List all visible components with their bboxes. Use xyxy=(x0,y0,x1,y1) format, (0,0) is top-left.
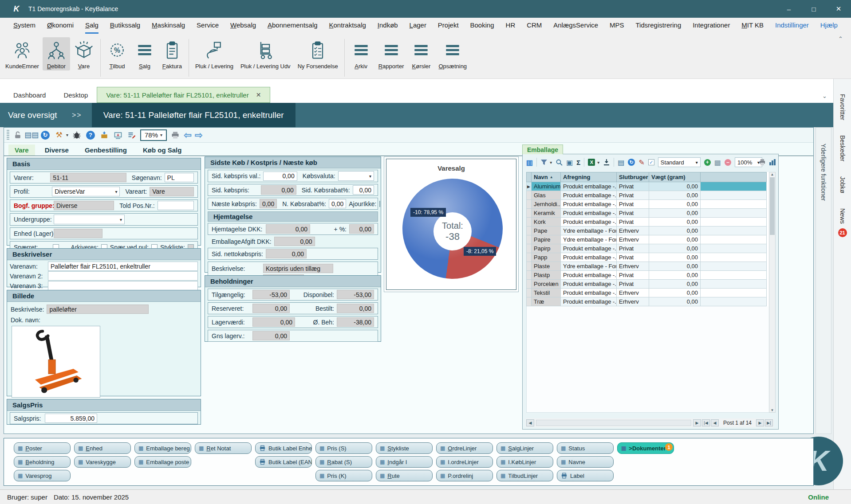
menu-item-abonnementsalg[interactable]: Abonnementsalg xyxy=(268,18,318,34)
action-button-salglinjer[interactable]: ▦SalgLinjer xyxy=(496,442,553,454)
action-button-label[interactable]: Label xyxy=(557,470,614,481)
menu-item-websalg[interactable]: Websalg xyxy=(230,18,256,34)
menu-item-integrationer[interactable]: Integrationer xyxy=(693,18,730,34)
lagervaerdi-field[interactable]: 0,00 xyxy=(252,317,295,327)
disponibel-field[interactable]: -53,00 xyxy=(337,290,374,299)
action-button-enhed[interactable]: ▦Enhed xyxy=(74,442,131,454)
reserveret-field[interactable]: 0,00 xyxy=(252,304,290,313)
cell-vaegt[interactable]: 0,00 xyxy=(649,218,701,227)
cell-afregning[interactable]: Ydre emballage - For... xyxy=(561,262,617,271)
cell-navn[interactable]: Tekstil xyxy=(532,289,561,297)
cell-navn[interactable]: Plaste xyxy=(532,262,561,271)
search-icon[interactable] xyxy=(556,159,563,166)
close-button[interactable]: ✕ xyxy=(826,0,851,18)
cell-slutbruger[interactable]: Privat xyxy=(617,209,649,218)
cell-afregning[interactable]: Produkt emballage -... xyxy=(561,200,617,209)
column-header-navn[interactable]: Navn▲ xyxy=(532,172,561,182)
menu-item-hr[interactable]: HR xyxy=(506,18,516,34)
action-button-rabat-s[interactable]: ▦Rabat (S) xyxy=(315,456,372,468)
ribbon-button-pluk-levering-udv[interactable]: Pluk / Levering Udv xyxy=(237,37,294,70)
action-button-vareskygge[interactable]: ▦Vareskygge xyxy=(74,456,131,468)
action-button-rute[interactable]: ▦Rute xyxy=(376,470,433,481)
hscroll-left-icon[interactable]: ◀ xyxy=(526,419,534,426)
table-row[interactable]: KeramikProdukt emballage -...Privat0,00 xyxy=(526,209,773,218)
ribbon-button-tilbud[interactable]: %Tilbud xyxy=(103,37,131,70)
menu-item-projekt[interactable]: Projekt xyxy=(438,18,459,34)
cell-navn[interactable]: Papp xyxy=(532,253,561,262)
grid-zoom-select[interactable]: 100% ▾ xyxy=(735,157,762,167)
grid-refresh-icon[interactable]: ↻ xyxy=(628,159,635,166)
select-cells-icon[interactable]: ▣ xyxy=(566,158,573,167)
import-screen-icon[interactable] xyxy=(113,130,123,141)
gns-lagerv-field[interactable]: 0,00 xyxy=(252,331,290,340)
ajourikke-checkbox[interactable] xyxy=(379,201,380,207)
undergruppe-select[interactable]: ▾ xyxy=(54,215,125,224)
cell-navn[interactable]: Papire xyxy=(532,235,561,244)
cell-afregning[interactable]: Produkt emballage -... xyxy=(561,218,617,227)
oe-beh-field[interactable]: -38,00 xyxy=(337,317,374,327)
tools-dropdown-icon[interactable]: ▾ xyxy=(66,133,68,137)
cell-slutbruger[interactable]: Privat xyxy=(617,191,649,200)
cell-slutbruger[interactable]: Erhverv xyxy=(617,289,649,297)
action-button-ordrelinjer[interactable]: ▦OrdreLinjer xyxy=(436,442,493,454)
n-koebsrabat-field[interactable]: 0,00 xyxy=(329,199,346,208)
toolbar-grip[interactable] xyxy=(7,130,9,141)
cell-afregning[interactable]: Produkt emballage -... xyxy=(561,297,617,306)
breadcrumb[interactable]: Vare oversigt xyxy=(0,103,62,127)
sid-nettokoebspris-field[interactable]: 0,00 xyxy=(266,249,307,258)
sid-koebspris-field[interactable]: 0,00 xyxy=(261,185,296,195)
edit-grid-icon[interactable]: ✎ xyxy=(638,158,644,167)
download-icon[interactable] xyxy=(603,159,610,166)
menu-item-indstillinger[interactable]: Indstillinger xyxy=(775,18,809,34)
menu-item-indkoeb[interactable]: Indkøb xyxy=(378,18,398,34)
cell-afregning[interactable]: Ydre emballage - For... xyxy=(561,235,617,244)
cell-vaegt[interactable]: 0,00 xyxy=(649,182,701,191)
action-button-emballage-bereg[interactable]: ▦Emballage bereg xyxy=(134,442,191,454)
navigate-back-icon[interactable]: ⇦ xyxy=(184,130,192,141)
table-row[interactable]: TræProdukt emballage -...Erhverv0,00 xyxy=(526,297,773,306)
sidebar-item-news[interactable]: News xyxy=(839,208,846,224)
grid-print-icon[interactable] xyxy=(759,159,766,166)
refresh-icon[interactable]: ↻ xyxy=(40,130,51,141)
menu-item-hjaelp[interactable]: Hjælp xyxy=(820,18,838,34)
menu-item-mps[interactable]: MPS xyxy=(610,18,624,34)
bestilt-field[interactable]: 0,00 xyxy=(337,304,374,313)
cell-slutbruger[interactable]: Privat xyxy=(617,253,649,262)
sid-koebsrabat-field[interactable]: 0,00 xyxy=(353,185,374,195)
menu-item-anlaegsservice[interactable]: AnlægsService xyxy=(553,18,598,34)
cell-vaegt[interactable]: 0,00 xyxy=(649,244,701,253)
ribbon-button-debitor[interactable]: Debitor xyxy=(43,37,70,70)
column-header-vaegt-gram[interactable]: Vægt (gram) xyxy=(649,172,701,182)
vareart-field[interactable]: Vare xyxy=(150,187,194,196)
form-tab-koeb-og-salg[interactable]: Køb og Salg xyxy=(137,145,188,156)
table-row[interactable]: PapirpProdukt emballage -...Privat0,00 xyxy=(526,244,773,253)
naeste-koebspris-field[interactable]: 0,00 xyxy=(260,199,277,208)
cell-slutbruger[interactable]: Privat xyxy=(617,244,649,253)
action-button-butik-label-ean[interactable]: Butik Label (EAN) xyxy=(255,456,312,468)
cell-slutbruger[interactable]: Privat xyxy=(617,200,649,209)
menu-item-oekonomi[interactable]: Økonomi xyxy=(47,18,74,34)
cell-vaegt[interactable]: 0,00 xyxy=(649,280,701,289)
ribbon-button-opsaetning[interactable]: Opsætning xyxy=(435,37,470,70)
layout-icon[interactable]: ▤ xyxy=(618,158,624,167)
add-row-icon[interactable]: + xyxy=(704,159,711,166)
cell-navn[interactable]: Kork xyxy=(532,218,561,227)
hscroll-right-icon[interactable]: ▶ xyxy=(693,419,701,426)
table-row[interactable]: PlasteYdre emballage - For...Erhverv0,00 xyxy=(526,262,773,271)
menu-item-system[interactable]: System xyxy=(13,18,35,34)
minimize-button[interactable]: – xyxy=(776,0,801,18)
cell-vaegt[interactable]: 0,00 xyxy=(649,209,701,218)
copy-row-icon[interactable]: ▩ xyxy=(714,158,721,167)
pager-prev-icon[interactable]: ◀ xyxy=(711,419,719,426)
cell-vaegt[interactable]: 0,00 xyxy=(649,297,701,306)
tab-overflow-icon[interactable]: ⌄ xyxy=(822,93,827,99)
pager-first-icon[interactable]: |◀ xyxy=(702,419,710,426)
bogf-gruppe-field[interactable]: Diverse xyxy=(54,201,114,210)
sum-icon[interactable]: Σ xyxy=(576,159,580,166)
scroll-up-icon[interactable]: ▲ xyxy=(771,172,774,176)
menu-item-salg[interactable]: Salg xyxy=(85,18,98,34)
export-package-icon[interactable] xyxy=(99,130,110,141)
menu-item-service[interactable]: Service xyxy=(197,18,219,34)
debug-icon[interactable] xyxy=(71,130,82,141)
excel-dropdown-icon[interactable]: ▾ xyxy=(597,160,599,165)
